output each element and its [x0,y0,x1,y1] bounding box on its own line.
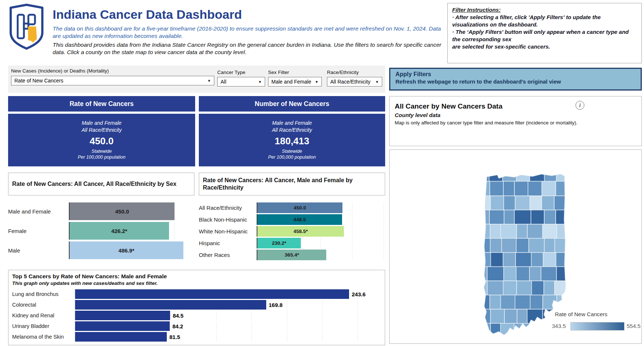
county-shape[interactable] [476,295,490,310]
county-shape[interactable] [556,267,569,281]
county-shape[interactable] [503,181,514,196]
county-shape[interactable] [502,239,516,253]
county-shape[interactable] [490,295,500,310]
county-shape[interactable] [529,267,541,281]
apply-filters-button[interactable]: Apply Filters Refresh the webpage to ret… [389,68,642,91]
county-shape[interactable] [515,196,530,210]
county-shape[interactable] [544,281,555,295]
bar[interactable] [75,332,167,342]
race-filter-select[interactable]: All Race/Ethnicity ▼ [327,77,382,86]
county-shape[interactable] [476,253,491,267]
county-shape[interactable] [476,309,490,324]
county-shape[interactable] [556,253,569,267]
county-shape[interactable] [555,281,569,295]
county-shape[interactable] [476,210,489,225]
bar[interactable]: 230.2* [257,238,301,248]
county-shape[interactable] [490,239,502,253]
county-shape[interactable] [504,309,517,324]
county-shape[interactable] [515,253,531,267]
county-shape[interactable] [556,210,569,225]
county-shape[interactable] [531,210,544,225]
bar[interactable]: 458.5* [257,226,344,237]
county-shape[interactable] [476,224,490,239]
county-shape[interactable] [500,324,514,337]
county-shape[interactable] [531,253,543,267]
county-shape[interactable] [504,196,515,210]
county-shape[interactable] [487,267,504,281]
county-shape[interactable] [489,210,504,225]
bar[interactable]: 450.0 [70,202,175,220]
bar[interactable] [75,289,349,299]
county-shape[interactable] [530,295,543,310]
county-shape[interactable] [555,239,569,253]
county-shape[interactable] [532,324,543,337]
county-shape[interactable] [532,281,544,295]
county-shape[interactable] [490,224,501,239]
cancer-type-select[interactable]: All ▼ [217,77,265,86]
county-shape[interactable] [504,267,516,281]
county-shape[interactable] [489,167,503,181]
county-shape[interactable] [542,181,556,196]
county-shape[interactable] [501,295,515,310]
county-shape[interactable] [542,196,554,210]
county-shape[interactable] [516,267,529,281]
county-shape[interactable] [503,167,516,181]
county-shape[interactable] [544,239,555,253]
county-shape[interactable] [501,224,517,239]
top5-bar-chart: Lung and Bronchus243.6Colorectal169.8Kid… [12,289,381,342]
county-shape[interactable] [503,281,517,295]
bar[interactable]: 365.4* [257,250,326,260]
county-shape[interactable] [556,181,569,196]
county-shape[interactable] [476,281,488,295]
county-shape[interactable] [529,239,544,253]
bar[interactable]: 426.2* [70,222,169,240]
county-shape[interactable] [556,167,569,181]
county-shape[interactable] [476,324,490,337]
county-shape[interactable] [543,224,557,239]
race-filter-label: Race/Ethnicity [327,70,359,75]
county-shape[interactable] [543,253,556,267]
county-shape[interactable] [476,267,487,281]
county-shape[interactable] [504,210,514,225]
county-shape[interactable] [514,210,531,225]
measure-select[interactable]: Rate of New Cancers ▼ [11,76,214,85]
county-shape[interactable] [527,224,542,239]
county-shape[interactable] [516,239,529,253]
county-shape[interactable] [514,324,532,337]
county-shape[interactable] [541,267,556,281]
county-shape[interactable] [514,181,528,196]
bar[interactable] [75,311,170,320]
sex-bar-chart: Male and Female450.0Female426.2*Male486.… [8,202,194,261]
county-shape[interactable] [517,167,530,181]
county-shape[interactable] [544,210,556,225]
county-shape[interactable] [557,295,569,310]
county-shape[interactable] [528,181,542,196]
county-shape[interactable] [515,295,530,310]
bar[interactable]: 448.5 [257,214,342,225]
county-shape[interactable] [487,281,503,295]
county-shape[interactable] [490,196,504,210]
county-shape[interactable] [543,295,557,310]
sex-filter-select[interactable]: Male and Female ▼ [268,77,322,86]
county-shape[interactable] [490,324,500,337]
county-shape[interactable] [557,224,569,239]
bar[interactable]: 450.0 [257,202,342,213]
county-shape[interactable] [503,253,515,267]
bar[interactable] [75,321,170,331]
bar[interactable]: 486.9* [70,241,183,259]
county-shape[interactable] [476,167,489,181]
county-shape[interactable] [517,224,527,239]
county-shape[interactable] [517,281,532,295]
county-shape[interactable] [476,196,490,210]
county-shape[interactable] [490,181,503,196]
county-shape[interactable] [517,309,527,324]
county-shape[interactable] [476,181,490,196]
county-shape[interactable] [544,167,556,181]
info-icon[interactable]: i [576,101,584,110]
county-shape[interactable] [530,196,542,210]
county-shape[interactable] [490,309,504,324]
county-shape[interactable] [476,239,490,253]
county-shape[interactable] [554,196,569,210]
bar[interactable] [75,300,266,310]
county-shape[interactable] [491,253,503,267]
